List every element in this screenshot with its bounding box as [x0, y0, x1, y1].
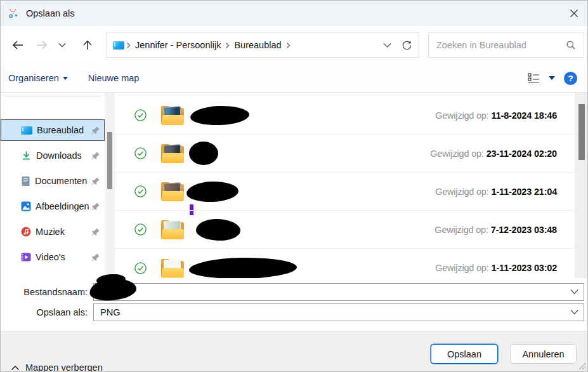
chevron-down-icon — [58, 43, 66, 48]
sidebar-item-label: Documenten — [35, 176, 87, 186]
refresh-button[interactable] — [402, 40, 412, 51]
videos-icon — [21, 252, 31, 262]
check-circle-icon[interactable] — [134, 109, 147, 122]
view-mode-dropdown[interactable] — [549, 76, 555, 80]
redaction-blob — [186, 180, 238, 203]
file-row[interactable]: Gewijzigd op:1-11-2023 21:04 — [115, 173, 575, 211]
pin-icon — [91, 227, 100, 237]
sidebar-separator — [6, 96, 101, 97]
dialog-title: Opslaan als — [26, 8, 75, 18]
sidebar-item-videos[interactable]: Video's — [1, 246, 105, 268]
filetype-combobox[interactable]: PNG — [93, 303, 584, 321]
pin-icon — [91, 126, 100, 135]
modified-date: Gewijzigd op:11-8-2024 18:46 — [435, 110, 557, 121]
modified-date: Gewijzigd op:1-11-2023 03:02 — [435, 263, 557, 273]
sidebar-item-bureaublad[interactable]: Bureaublad — [1, 119, 105, 141]
breadcrumb-separator-icon — [286, 42, 291, 49]
command-bar: Organiseren Nieuwe map ? — [1, 64, 588, 93]
sidebar-item-label: Bureaublad — [37, 125, 84, 135]
search-input[interactable] — [436, 40, 566, 50]
chevron-down-icon — [383, 43, 391, 48]
folder-icon — [161, 220, 184, 239]
check-circle-icon[interactable] — [134, 147, 147, 160]
pin-icon — [91, 176, 100, 186]
up-button[interactable] — [78, 36, 97, 55]
redaction-blob — [190, 105, 250, 126]
back-button[interactable] — [8, 36, 27, 55]
navigation-bar: Jennifer - Persoonlijk Bureaublad — [1, 26, 588, 64]
list-scrollbar-thumb[interactable] — [578, 104, 585, 160]
folder-icon — [161, 143, 184, 163]
search-box — [428, 32, 584, 58]
file-row[interactable]: Gewijzigd op:1-11-2023 03:02 — [115, 249, 575, 278]
sidebar-item-label: Afbeeldingen — [36, 201, 89, 211]
back-arrow-icon — [11, 40, 24, 50]
new-folder-label: Nieuwe map — [88, 73, 140, 83]
snipping-tool-icon — [8, 8, 20, 19]
sidebar-item-muziek[interactable]: Muziek — [1, 221, 105, 242]
check-circle-icon[interactable] — [134, 262, 147, 275]
file-list: Gewijzigd op:11-8-2024 18:46 Gewijzigd o… — [115, 93, 575, 278]
refresh-icon — [402, 40, 412, 51]
sidebar-scrollbar-thumb[interactable] — [107, 132, 112, 189]
chevron-down-icon[interactable] — [570, 289, 578, 295]
file-row[interactable]: Gewijzigd op:23-11-2024 02:20 — [115, 135, 575, 173]
resize-grip[interactable] — [578, 362, 587, 371]
up-arrow-icon — [82, 39, 93, 51]
new-folder-button[interactable]: Nieuwe map — [88, 73, 140, 83]
sidebar-item-downloads[interactable]: Downloads — [1, 145, 105, 166]
chevron-down-icon — [63, 77, 68, 80]
modified-date: Gewijzigd op:7-12-2023 03:48 — [434, 225, 557, 235]
breadcrumb-item-user[interactable]: Jennifer - Persoonlijk — [133, 40, 223, 50]
sidebar-item-documenten[interactable]: Documenten — [1, 170, 105, 192]
list-scrollbar-track — [575, 93, 588, 278]
chevron-down-icon[interactable] — [570, 309, 578, 315]
desktop-icon — [21, 126, 32, 135]
redaction-blob — [189, 256, 297, 278]
address-dropdown-button[interactable] — [383, 43, 391, 48]
organize-label: Organiseren — [8, 73, 59, 83]
navigation-pane: Bureaublad Downloads Documenten Afbeeldi… — [1, 93, 105, 278]
music-icon — [21, 227, 31, 237]
file-row[interactable]: Gewijzigd op:7-12-2023 03:48 — [115, 211, 575, 249]
filetype-label: Opslaan als: — [1, 307, 91, 317]
sidebar-item-label: Video's — [36, 252, 65, 262]
view-mode-button[interactable] — [528, 72, 540, 84]
breadcrumb-item-desktop[interactable]: Bureaublad — [232, 40, 284, 50]
folder-icon — [161, 105, 184, 125]
file-row[interactable]: Gewijzigd op:11-8-2024 18:46 — [115, 96, 575, 135]
help-button[interactable]: ? — [564, 72, 577, 85]
pin-icon — [91, 202, 100, 211]
dialog-body: Bureaublad Downloads Documenten Afbeeldi… — [1, 93, 588, 278]
breadcrumb-separator-icon — [126, 42, 131, 49]
organize-button[interactable]: Organiseren — [8, 73, 68, 83]
title-bar: Opslaan als — [1, 1, 588, 26]
chevron-down-icon — [549, 76, 555, 80]
sidebar-item-afbeeldingen[interactable]: Afbeeldingen — [1, 196, 105, 217]
dialog-footer: Mappen verbergen Opslaan Annuleren — [1, 331, 588, 372]
close-button[interactable] — [568, 8, 580, 19]
hide-folders-button[interactable]: Mappen verbergen — [11, 362, 103, 372]
sidebar-item-label: Downloads — [36, 150, 82, 161]
save-button[interactable]: Opslaan — [431, 344, 498, 364]
search-icon — [566, 40, 576, 50]
redaction-blob — [189, 142, 218, 165]
pin-icon — [91, 253, 100, 262]
fields-area: Bestandsnaam: Opslaan als: PNG — [1, 278, 588, 331]
filename-combobox[interactable] — [93, 283, 584, 301]
hide-folders-label: Mappen verbergen — [25, 362, 103, 372]
recent-locations-button[interactable] — [53, 36, 72, 55]
save-as-dialog: Opslaan als Jennifer - Persoonlijk Burea… — [0, 0, 588, 372]
folder-icon — [161, 182, 184, 201]
sidebar-scrollbar-track — [105, 93, 115, 278]
filetype-value: PNG — [100, 307, 120, 317]
sidebar-item-label: Muziek — [36, 227, 65, 237]
pictures-icon — [21, 201, 31, 211]
check-circle-icon[interactable] — [134, 223, 147, 236]
forward-button[interactable] — [32, 36, 51, 55]
address-bar[interactable]: Jennifer - Persoonlijk Bureaublad — [106, 32, 419, 58]
cancel-button[interactable]: Annuleren — [510, 344, 577, 364]
redaction-blob — [195, 218, 240, 241]
close-icon — [570, 9, 578, 18]
check-circle-icon[interactable] — [134, 185, 147, 198]
